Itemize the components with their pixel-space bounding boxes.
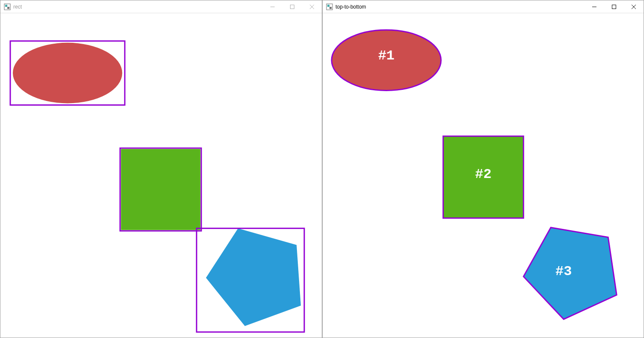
- maximize-button[interactable]: [604, 0, 624, 13]
- square-group: #2: [443, 136, 523, 218]
- svg-rect-9: [329, 7, 332, 9]
- canvas-right: #1 #2 #3: [323, 13, 644, 338]
- ellipse-group: [10, 41, 125, 105]
- close-button[interactable]: [302, 0, 322, 13]
- pentagon-label: #3: [555, 264, 572, 279]
- window-title-left: rect: [13, 4, 22, 10]
- maximize-button[interactable]: [282, 0, 302, 13]
- ellipse-shape: [13, 43, 122, 104]
- svg-rect-4: [291, 5, 294, 9]
- minimize-button[interactable]: [263, 0, 282, 13]
- ellipse-label: #1: [378, 48, 394, 64]
- window-top-to-bottom: top-to-bottom #1 #2: [322, 0, 644, 338]
- svg-rect-11: [612, 5, 616, 9]
- minimize-button[interactable]: [584, 0, 604, 13]
- titlebar-right[interactable]: top-to-bottom: [323, 0, 644, 13]
- svg-rect-1: [5, 5, 7, 7]
- window-title-right: top-to-bottom: [335, 4, 366, 10]
- app-icon: [326, 3, 333, 10]
- pentagon-shape: [206, 228, 301, 326]
- canvas-left: [0, 13, 322, 338]
- square-label: #2: [475, 166, 491, 182]
- titlebar-left[interactable]: rect: [0, 0, 322, 13]
- pentagon-group: #3: [524, 228, 617, 319]
- svg-rect-2: [7, 7, 9, 9]
- window-rect: rect: [0, 0, 322, 338]
- ellipse-group: #1: [332, 30, 441, 91]
- pentagon-group: [197, 228, 304, 332]
- close-button[interactable]: [624, 0, 644, 13]
- app-icon: [4, 3, 11, 10]
- canvas-svg-left: [0, 13, 322, 338]
- square-shape: [121, 149, 201, 230]
- square-group: [120, 148, 201, 231]
- canvas-svg-right: #1 #2 #3: [323, 13, 644, 338]
- svg-rect-8: [327, 5, 329, 7]
